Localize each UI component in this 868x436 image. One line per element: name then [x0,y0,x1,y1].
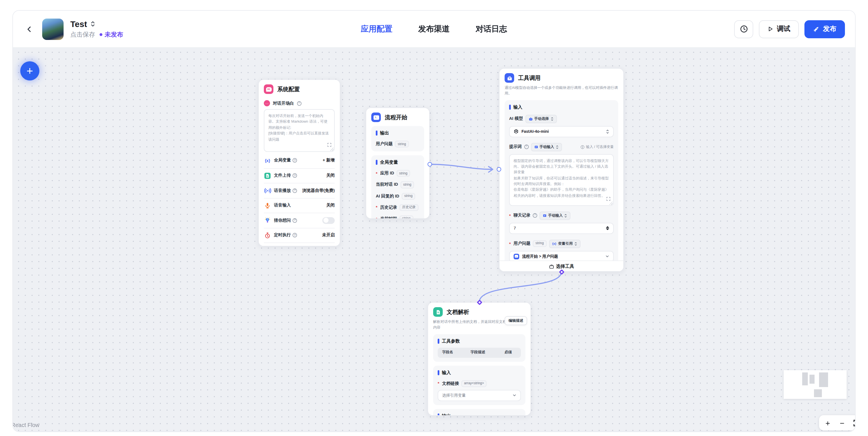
doc-link-select[interactable]: 选择引用变量 [438,390,521,401]
info-icon [580,145,584,149]
save-hint[interactable]: 点击保存 [70,30,95,39]
row-global-variables[interactable]: {x} 全局变量? + 新增 [264,153,335,168]
help-icon[interactable]: ? [292,188,297,193]
section-output: 输出 [380,130,389,136]
node-title: 流程开始 [385,113,407,121]
status-dot-icon [99,33,102,36]
section-output: 输出 [442,413,451,416]
minimap-node [814,389,822,397]
tab-publish-channel[interactable]: 发布渠道 [418,24,450,34]
chevron-updown-icon [556,145,559,149]
section-input: 输入 [513,104,522,110]
row-voice-input[interactable]: 语音输入 关闭 [264,198,335,213]
type-tag: string [401,193,415,199]
row-scheduled-run[interactable]: 定时执行? 未开启 [264,227,335,243]
help-icon[interactable]: ? [292,158,297,163]
section-input: 输入 [442,369,451,376]
ai-model-select[interactable]: FastAI-4o-mini [509,126,614,137]
doc-parse-icon [433,307,443,317]
chevron-updown-icon [564,214,567,217]
question-mode-select[interactable]: {x} 变量引用 [549,239,581,248]
add-variable-button[interactable]: + 新增 [322,158,335,163]
zoom-in-button[interactable]: + [822,417,833,428]
publish-button[interactable]: 发布 [804,20,845,38]
canvas-controls: + − [819,415,856,430]
section-bar [438,413,439,416]
row-voice-playback[interactable]: 语音播放? 浏览器自带(免费) [264,183,335,198]
chevron-left-icon [25,25,33,33]
fit-view-button[interactable] [851,417,856,428]
section-bar [438,338,439,343]
doc-link-placeholder: 选择引用变量 [442,393,510,398]
question-variable-select[interactable]: I.. 流程开始 > 用户问题 [509,251,614,262]
number-stepper[interactable] [606,226,609,230]
fullscreen-icon [853,419,856,426]
microphone-icon [264,203,271,209]
prompt-hint: 输入 / 可选择变量 [580,144,614,149]
target-handle[interactable] [497,167,501,172]
back-button[interactable] [23,23,35,35]
required-mark: * [376,216,377,219]
minimap[interactable] [784,370,847,399]
row-suggested-questions[interactable]: ? 猜你想问? [264,213,335,227]
row-file-upload[interactable]: 文件上传? 关闭 [264,168,335,183]
rocket-icon [813,26,819,32]
opening-textarea[interactable]: 每次对话开始前，发送一个初始内容。支持标准 Markdown 语法，可使用的额外… [264,109,335,152]
clock-icon [740,25,748,33]
minimap-node [802,372,808,385]
node-tool-call[interactable]: 工具调用 通过AI模型自动选择一个或多个功能块进行调用，也可以对插件进行调用。 … [499,68,624,272]
tool-call-icon [505,73,514,83]
broadcast-icon [264,187,271,194]
chevron-down-icon [513,393,517,397]
history-button[interactable] [734,20,753,38]
toolbox-icon [549,263,554,269]
system-config-icon: Hi [264,84,273,94]
resize-grip[interactable] [330,147,334,151]
section-bar [509,104,510,110]
braces-icon: {x} [552,242,556,245]
prompt-textarea[interactable]: 模型固定的引导词，通过调整该内容，可以引导模型聊天方向。该内容会被固定在上下文的… [509,154,614,206]
node-flow-start[interactable]: I.. 流程开始 输出 用户问题 string 全局变量 *应用 IDstrin… [366,107,430,219]
help-icon[interactable]: ? [292,174,297,178]
add-node-button[interactable]: + [20,61,39,81]
suggested-questions-toggle[interactable] [322,217,335,224]
node-system-config[interactable]: Hi 系统配置 ··· 对话开场白 ? 每次对话开始前，发送一个初始内容。支持标… [258,79,340,246]
app-avatar[interactable] [42,18,64,40]
zoom-out-button[interactable]: − [837,417,848,428]
manual-input-icon [534,145,538,149]
help-icon[interactable]: ? [524,145,528,149]
flow-canvas[interactable]: + Hi 系统配置 ··· 对话开场白 ? 每次对话开始前，发送一个初始内容。支… [13,48,855,432]
chevron-updown-icon [606,129,609,134]
help-icon[interactable]: ? [292,218,297,223]
node-doc-parse[interactable]: 文档解析 解析对话中所有上传的文档，并返回对应文档内容 编辑描述 工具参数 字段… [428,302,531,416]
debug-button[interactable]: 调试 [759,20,799,38]
help-icon[interactable]: ? [292,233,297,238]
row-input-guide[interactable]: 输入引导? 关闭 [264,243,335,246]
source-handle[interactable] [428,162,432,166]
type-tag: array<string> [461,380,487,387]
type-tag: string [533,240,547,247]
edit-description-button[interactable]: 编辑描述 [505,316,527,325]
node-title: 文档解析 [447,308,469,316]
required-mark: * [509,213,511,218]
flow-start-mini-icon: I.. [514,253,519,259]
ai-model-mode-select[interactable]: 手动选择 [525,115,557,123]
history-mode-select[interactable]: 手动输入 [539,211,571,220]
top-header: Test 点击保存 未发布 应用配置 发布渠道 对话日志 [13,11,855,48]
prompt-placeholder: 模型固定的引导词，通过调整该内容，可以引导模型聊天方向。该内容会被固定在上下文的… [514,158,609,198]
tab-app-config[interactable]: 应用配置 [361,24,392,34]
required-mark: * [376,171,377,176]
resize-grip[interactable] [609,201,613,205]
app-title-row[interactable]: Test [70,19,123,29]
plus-icon: + [26,64,33,77]
help-icon[interactable]: ? [297,101,301,105]
minimap-node [809,375,814,384]
publish-status-label: 未发布 [105,30,123,39]
publish-status: 未发布 [99,30,123,39]
tab-chat-logs[interactable]: 对话日志 [476,24,507,34]
prompt-mode-select[interactable]: 手动输入 [531,143,562,151]
header-tabs: 应用配置 发布渠道 对话日志 [361,11,507,47]
chevron-updown-icon [551,117,553,121]
history-count-input[interactable]: 7 [509,222,614,234]
help-icon[interactable]: ? [533,213,537,218]
